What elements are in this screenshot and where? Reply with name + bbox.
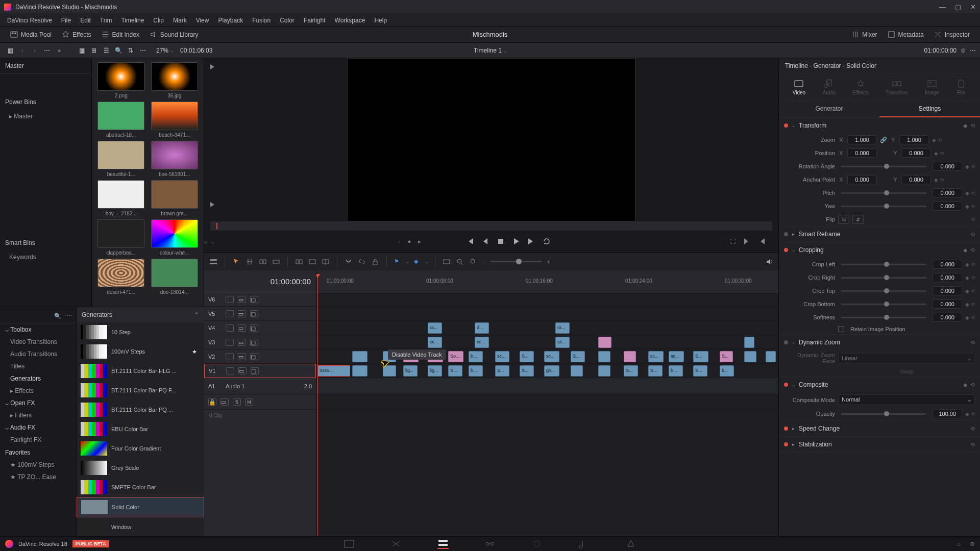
tree-filters[interactable]: ▸ Filters: [0, 409, 76, 421]
media-item[interactable]: 36.jpg: [150, 62, 200, 98]
timeline-view-icon[interactable]: [209, 258, 217, 266]
timeline-clip[interactable]: S...: [648, 365, 663, 377]
page-fusion[interactable]: [484, 539, 496, 549]
mark-icon[interactable]: ●: [408, 238, 411, 244]
media-thumb[interactable]: [151, 259, 198, 287]
tree-fairlight-fx[interactable]: Fairlight FX: [0, 434, 76, 446]
auto-select-icon[interactable]: ▭: [238, 296, 246, 303]
media-thumb[interactable]: [97, 102, 144, 130]
list-view-icon[interactable]: ☰: [101, 45, 111, 56]
openfx-header[interactable]: ⌵ Open FX: [0, 397, 76, 409]
auto-select-icon[interactable]: ▭: [220, 398, 229, 406]
timeline-clip[interactable]: sc...: [669, 351, 684, 362]
zoom-custom-icon[interactable]: [469, 258, 477, 266]
timeline-clip[interactable]: [624, 351, 636, 362]
lock-icon[interactable]: [226, 339, 234, 346]
insert-icon[interactable]: [295, 258, 303, 266]
media-thumb[interactable]: [97, 62, 144, 91]
sort-icon[interactable]: ⇅: [126, 45, 136, 56]
generator-item[interactable]: BT.2111 Color Bar PQ ...: [77, 400, 204, 419]
pitch-field[interactable]: [933, 188, 962, 197]
media-thumb[interactable]: [97, 259, 144, 287]
timeline-clip[interactable]: [352, 365, 368, 377]
timeline-clip[interactable]: b...: [469, 365, 483, 377]
io-in-icon[interactable]: [209, 63, 216, 70]
metadata-toggle[interactable]: Metadata: [883, 29, 929, 40]
smart-bins-header[interactable]: Smart Bins: [0, 235, 91, 251]
zoom-fit-icon[interactable]: [443, 258, 451, 266]
media-item[interactable]: beautiful-1...: [96, 141, 146, 177]
subtab-generator[interactable]: Generator: [779, 101, 879, 117]
video-track-head[interactable]: V5▭▢: [204, 307, 316, 321]
pos-y-field[interactable]: [901, 148, 931, 158]
tab-audio[interactable]: Audio: [819, 77, 840, 97]
menu-timeline[interactable]: Timeline: [117, 16, 148, 25]
thumb-view-icon[interactable]: ▦: [77, 45, 87, 56]
timeline-clip[interactable]: S...: [520, 365, 534, 377]
toolbox-header[interactable]: ⌵ Toolbox: [0, 323, 76, 336]
audio-track-head[interactable]: A1 Audio 1 2.0: [204, 378, 316, 394]
anchor-x-field[interactable]: [847, 175, 877, 184]
overwrite-icon[interactable]: [308, 258, 316, 266]
generator-item[interactable]: Solid Color: [77, 497, 204, 517]
tab-effects[interactable]: Effects: [849, 77, 872, 97]
replace-icon[interactable]: [322, 258, 330, 266]
match-frame-icon[interactable]: ⌕: [204, 238, 208, 244]
collapse-icon[interactable]: ⌃: [194, 311, 199, 318]
section-speed[interactable]: ▸Speed Change⟲: [779, 421, 980, 436]
media-thumb[interactable]: [97, 180, 144, 209]
tree-effects[interactable]: ▸ Effects: [0, 385, 76, 397]
pitch-slider[interactable]: [841, 192, 926, 194]
section-cropping[interactable]: ⌵Cropping◆⟲: [779, 242, 980, 258]
rotation-field[interactable]: [933, 162, 962, 171]
media-thumb[interactable]: [97, 219, 144, 248]
menu-trim[interactable]: Trim: [96, 16, 116, 25]
timeline-clip[interactable]: [766, 351, 776, 362]
crop-soft-slider[interactable]: [841, 317, 926, 318]
selection-tool-icon[interactable]: [232, 258, 240, 266]
media-thumb[interactable]: [151, 62, 198, 91]
menu-help[interactable]: Help: [370, 16, 391, 25]
grid-view-icon[interactable]: ⊞: [89, 45, 99, 56]
minimize-button[interactable]: —: [939, 3, 946, 11]
close-button[interactable]: ✕: [970, 3, 976, 11]
record-icon[interactable]: ●: [54, 45, 64, 56]
audiofx-header[interactable]: ⌵ Audio FX: [0, 421, 76, 434]
disable-track-icon[interactable]: ▢: [250, 339, 258, 346]
timeline-clip[interactable]: sc...: [555, 337, 570, 348]
generator-item[interactable]: Window: [77, 517, 204, 536]
sound-library-toggle[interactable]: Sound Library: [144, 29, 204, 40]
zoom-out-icon[interactable]: −: [482, 259, 485, 265]
timeline-clip[interactable]: gir...: [544, 365, 559, 377]
search-icon[interactable]: 🔍: [113, 45, 124, 56]
effects-more-icon[interactable]: ⋯: [66, 313, 72, 319]
home-icon[interactable]: ⌂: [957, 541, 961, 547]
lock-icon[interactable]: 🔒: [208, 398, 216, 406]
media-item[interactable]: clapperboa...: [96, 219, 146, 256]
media-item[interactable]: bee-561801...: [150, 141, 200, 177]
timeline-clip[interactable]: ra...: [555, 322, 570, 334]
lock-icon[interactable]: [226, 353, 234, 360]
tree-audio-transitions[interactable]: Audio Transitions: [0, 348, 76, 360]
fullscreen-icon[interactable]: ⛶: [730, 238, 736, 244]
timeline-clip[interactable]: S...: [693, 351, 708, 362]
media-thumb[interactable]: [151, 180, 198, 209]
link-icon[interactable]: 🔗: [880, 137, 887, 143]
crop-bottom-slider[interactable]: [841, 304, 926, 305]
auto-select-icon[interactable]: ▭: [238, 353, 246, 360]
zoom-in-icon[interactable]: +: [547, 259, 550, 265]
stop-icon[interactable]: [497, 237, 505, 245]
page-edit[interactable]: [437, 539, 449, 549]
composite-mode-select[interactable]: Normal⌵: [838, 394, 975, 405]
flip-h-button[interactable]: ⇋: [838, 215, 849, 224]
zoom-slider[interactable]: [491, 261, 542, 262]
media-item[interactable]: boy_-_2182...: [96, 180, 146, 216]
media-thumb[interactable]: [151, 102, 198, 130]
rotation-slider[interactable]: [841, 166, 926, 167]
timeline-clip[interactable]: S...: [495, 365, 509, 377]
mute-icon[interactable]: [765, 258, 773, 266]
snap-icon[interactable]: [345, 258, 353, 266]
link-icon[interactable]: [358, 258, 366, 266]
video-track-head[interactable]: V1▭▢: [204, 364, 316, 378]
timeline-clip[interactable]: [744, 337, 754, 348]
